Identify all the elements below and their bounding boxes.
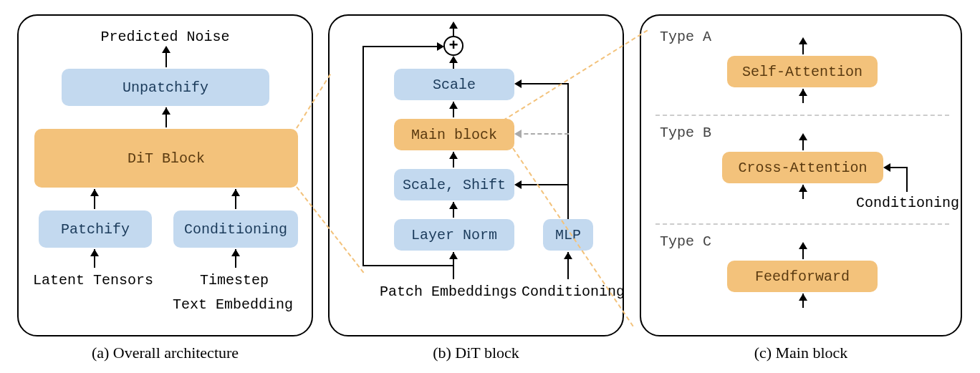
- self-attention-block: Self-Attention: [727, 56, 878, 87]
- arrowhead-icon: [564, 252, 572, 259]
- latent-tensors-label: Latent Tensors: [33, 272, 153, 289]
- residual-top: [362, 46, 443, 47]
- arrowhead-icon: [449, 152, 458, 159]
- arrowhead-icon: [231, 189, 240, 196]
- arrowhead-icon: [799, 37, 807, 44]
- arrowhead-icon: [449, 21, 458, 29]
- panel-overall-architecture: Predicted Noise Unpatchify DiT Block Pat…: [17, 14, 313, 336]
- arrowhead-icon: [162, 46, 170, 53]
- layer-norm-block: Layer Norm: [394, 219, 514, 251]
- cross-attention-block: Cross-Attention: [722, 152, 883, 183]
- text-embedding-label: Text Embedding: [173, 296, 293, 313]
- arrowhead-gray-icon: [514, 130, 522, 138]
- caption-a: (a) Overall architecture: [17, 344, 313, 362]
- scale-block: Scale: [394, 69, 514, 100]
- unpatchify-block: Unpatchify: [62, 69, 269, 106]
- arrowhead-right-icon: [437, 42, 444, 51]
- panel-main-block: Type A Self-Attention Type B Cross-Atten…: [640, 14, 962, 336]
- type-c-label: Type C: [660, 233, 711, 250]
- arrowhead-icon: [799, 89, 807, 96]
- residual-add-icon: +: [443, 36, 463, 56]
- arrowhead-icon: [449, 252, 458, 259]
- dit-block: DiT Block: [34, 129, 298, 188]
- residual-bottom: [362, 265, 454, 266]
- conditioning-c-label: Conditioning: [856, 195, 959, 211]
- mlp-block: MLP: [543, 219, 593, 251]
- type-b-label: Type B: [660, 125, 711, 141]
- divider-bc: [655, 223, 949, 225]
- arrowhead-icon: [449, 102, 458, 109]
- arrowhead-icon: [90, 189, 99, 196]
- caption-c: (c) Main block: [640, 344, 962, 362]
- arrowhead-icon: [799, 133, 807, 140]
- arrowhead-icon: [449, 202, 458, 209]
- arrow-mlp-scaleshift: [516, 184, 569, 185]
- panel-dit-block: + Scale Main block Scale, Shift Layer No…: [328, 14, 624, 336]
- caption-b: (b) DiT block: [328, 344, 624, 362]
- divider-ab: [655, 115, 949, 116]
- arrowhead-icon: [883, 163, 890, 172]
- arrow-unpatchify-out: [165, 52, 167, 67]
- arrowhead-icon: [90, 249, 99, 256]
- patchify-block: Patchify: [39, 210, 152, 248]
- arrow-mlp-mainblock-dashed: [517, 133, 569, 135]
- feedforward-block: Feedforward: [727, 261, 878, 292]
- scale-shift-block: Scale, Shift: [394, 169, 514, 200]
- arrow-cond-crossattn-v: [906, 168, 908, 192]
- residual-vertical: [362, 46, 364, 265]
- timestep-label: Timestep: [200, 272, 269, 289]
- arrowhead-icon: [514, 180, 522, 189]
- arrowhead-icon: [449, 56, 458, 63]
- type-a-label: Type A: [660, 29, 711, 45]
- arrowhead-icon: [231, 249, 240, 256]
- arrowhead-icon: [799, 242, 807, 249]
- conditioning-block: Conditioning: [173, 210, 298, 248]
- arrowhead-icon: [162, 107, 170, 115]
- predicted-noise-label: Predicted Noise: [19, 29, 312, 45]
- arrowhead-icon: [799, 294, 807, 301]
- patch-embeddings-label: Patch Embeddings: [380, 284, 517, 300]
- arrowhead-icon: [799, 185, 807, 192]
- arrow-mlp-vertical: [567, 83, 569, 219]
- arrowhead-icon: [514, 79, 522, 88]
